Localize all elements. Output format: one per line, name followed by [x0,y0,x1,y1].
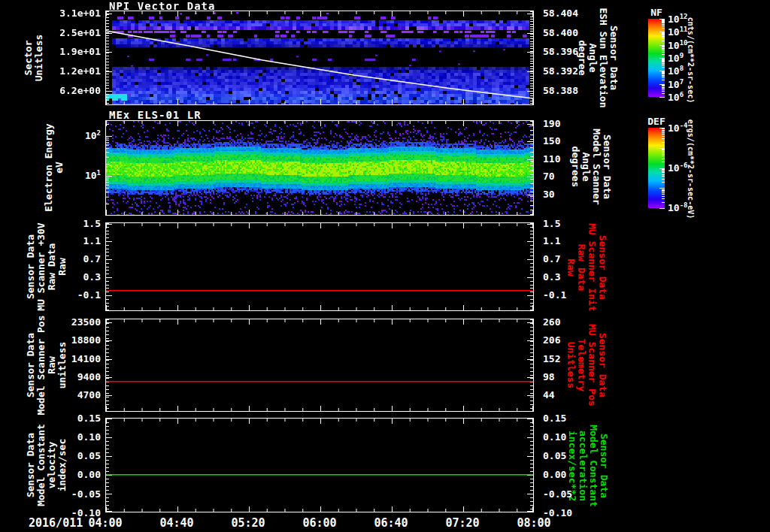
y-tick-label: 0.05 [77,450,101,461]
colorbar-tick [659,97,665,98]
colorbar-tick [662,131,665,131]
panel-npi-spectrogram [105,11,534,105]
colorbar-tick [662,130,665,131]
colorbar-tick [662,149,665,150]
x-tick-label: 08:00 [517,516,550,530]
colorbar-tick [662,194,665,195]
colorbar-tick-label: 10-8 [668,201,688,213]
panel3-left-axis-label: Sensor DataMU Scanner +30VRaw DataRaw [26,222,68,310]
y2-tick-label: -0.05 [543,488,572,500]
y2-tick-label: 0.15 [543,413,566,424]
y-tick-label: -0.1 [77,289,101,301]
y-tick-label: 14100 [71,353,101,364]
y-tick-label: 0.3 [83,271,101,283]
scanner-pos-canvas [106,319,533,411]
x-tick-label: 07:20 [445,516,479,530]
y-tick-label: -0.05 [71,488,101,500]
colorbar-tick-label: 1010 [668,39,688,51]
colorbar-tick [662,128,665,129]
model-constant-canvas [106,419,533,512]
colorbar-tick [662,75,665,76]
colorbar-tick [662,189,665,190]
colorbar-tick [662,23,665,23]
panel2-title: MEx ELS-01 LR [109,109,202,121]
colorbar-tick [662,86,665,86]
colorbar-tick [662,62,665,62]
y-tick-label: 1.9e+01 [59,46,101,57]
colorbar-tick [662,80,665,80]
colorbar-tick [662,174,665,175]
plot-figure: NPI Vector Data MEx ELS-01 LR SectorUnit… [0,0,770,532]
colorbar-tick [662,172,665,173]
colorbar-tick [662,67,665,68]
x-tick-label: 06:00 [302,516,336,530]
y2-tick-label: 58.396 [543,46,578,57]
colorbar-tick [662,35,665,35]
colorbar-tick [662,22,665,23]
y-tick-label: 23500 [71,316,101,328]
colorbar-tick [662,176,665,177]
y2-tick-label: 30 [543,189,555,200]
y2-tick-label: 110 [543,153,560,165]
panel-els-spectrogram [105,120,534,216]
colorbar-tick [659,208,665,209]
colorbar-tick [662,138,665,139]
colorbar-tick [662,20,665,21]
colorbar-tick [662,47,665,47]
colorbar-tick [662,134,665,135]
colorbar-tick-label: 1011 [668,26,688,38]
colorbar-nf-title: NF [645,7,668,18]
y-tick-label: 1.5 [83,218,101,229]
colorbar-tick [662,52,665,53]
y2-tick-label: 1.5 [543,218,560,229]
colorbar-tick [662,162,665,162]
x-tick-label: 04:00 [88,516,122,530]
y-tick-label: 4700 [77,389,101,401]
colorbar-tick [662,202,665,203]
colorbar-tick-label: 108 [668,65,684,77]
colorbar-tick [662,26,665,26]
colorbar-tick [662,72,665,73]
y2-tick-label: 98 [543,371,555,382]
colorbar-tick [662,65,665,65]
colorbar-tick [662,198,665,199]
y-tick-label: 6.2e+00 [59,85,101,96]
colorbar-tick [662,63,665,64]
colorbar-tick [662,54,665,55]
y-tick-label: 2.5e+01 [59,27,101,38]
colorbar-tick [662,36,665,37]
panel1-right-axis-label: Sensor DataESH Sun ElevationAngledegree [577,8,619,107]
colorbar-tick [662,91,665,92]
colorbar-tick-label: 107 [668,78,684,90]
y-tick-label: 101 [85,169,101,181]
y2-tick-label: 58.404 [543,8,578,19]
y-tick-label: 9400 [77,371,101,382]
colorbar-tick [662,142,665,143]
colorbar-tick [662,48,665,49]
x-tick-label: 04:40 [159,516,193,530]
colorbar-tick [662,38,665,39]
y2-tick-label: 150 [543,135,560,147]
colorbar-tick [662,192,665,193]
x-axis-date-label: 2016/011 [29,516,83,530]
colorbar-tick [662,171,665,172]
colorbar-def-units: ergs/(cm**2-sr-sec-eV) [687,119,695,219]
colorbar-tick [662,182,665,183]
x-tick-label: 06:40 [374,516,408,530]
colorbar-tick [662,20,665,20]
colorbar-tick [662,85,665,86]
colorbar-tick [662,88,665,89]
colorbar-tick [662,74,665,74]
y2-tick-label: 0.3 [543,271,560,283]
panel1-left-axis-label: SectorUnitless [23,35,44,82]
colorbar-tick-label: 10-4 [668,122,688,134]
y2-tick-label: 58.388 [543,85,578,96]
y-tick-label: 0.10 [77,431,101,443]
y-tick-label: 0.15 [77,413,101,424]
colorbar-tick [662,132,665,133]
colorbar-tick [662,28,665,29]
panel-model-constant [105,418,534,512]
y2-tick-label: 0.7 [543,253,560,264]
y2-tick-label: 0.00 [543,469,566,480]
colorbar-tick [662,61,665,62]
